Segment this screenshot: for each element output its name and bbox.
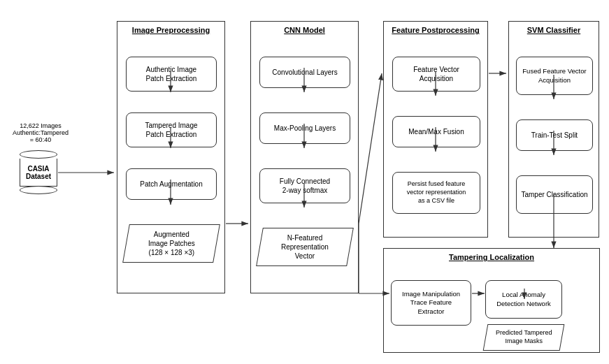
localization-section: Tampering Localization Image Manipulatio… [383,248,600,353]
predicted-masks-box: Predicted TamperedImage Masks [483,324,565,351]
persist-csv-box: Persist fused featurevector representati… [392,172,480,214]
diagram-container: 12,622 ImagesAuthentic:Tampered = 60:40 … [0,0,609,364]
fused-feature-box: Fused Feature VectorAcquisition [516,57,593,95]
fully-connected-box: Fully Connected2-way softmax [259,168,350,203]
cylinder-top [20,150,57,159]
svm-title: SVM Classifier [513,26,594,34]
svm-section: SVM Classifier Fused Feature VectorAcqui… [508,21,599,238]
patch-augmentation-box: Patch Augmentation [126,168,217,200]
authentic-patch-box: Authentic ImagePatch Extraction [126,57,217,92]
preprocessing-title: Image Preprocessing [122,26,220,34]
casia-dataset: CASIADataset [20,150,57,194]
tampered-patch-box: Tampered ImagePatch Extraction [126,112,217,147]
conv-layers-box: Convolutional Layers [259,57,350,88]
svg-line-9 [359,73,382,224]
preprocessing-section: Image Preprocessing Authentic ImagePatch… [117,21,225,293]
mean-max-box: Mean/Max Fusion [392,116,480,147]
trace-extractor-box: Image ManipulationTrace FeatureExtractor [391,280,471,326]
augmented-patches-box: AugmentedImage Patches(128 × 128 ×3) [122,224,220,263]
localization-title: Tampering Localization [388,253,595,261]
feature-vector-box: Feature VectorAcquisition [392,57,480,92]
cnn-section: CNN Model Convolutional Layers Max-Pooli… [250,21,359,293]
tamper-class-box: Tamper Classification [516,175,593,214]
cylinder-bottom [20,186,57,194]
anomaly-network-box: Local AnomalyDetection Network [485,280,562,319]
cnn-title: CNN Model [255,26,354,34]
maxpool-layers-box: Max-Pooling Layers [259,112,350,144]
train-test-box: Train-Test Split [516,119,593,151]
n-featured-box: N-FeaturedRepresentationVector [256,228,354,266]
dataset-images-label: 12,622 ImagesAuthentic:Tampered = 60:40 [13,122,69,143]
feature-title: Feature Postprocessing [388,26,483,34]
cylinder-body: CASIADataset [20,159,57,187]
feature-section: Feature Postprocessing Feature VectorAcq… [383,21,488,238]
